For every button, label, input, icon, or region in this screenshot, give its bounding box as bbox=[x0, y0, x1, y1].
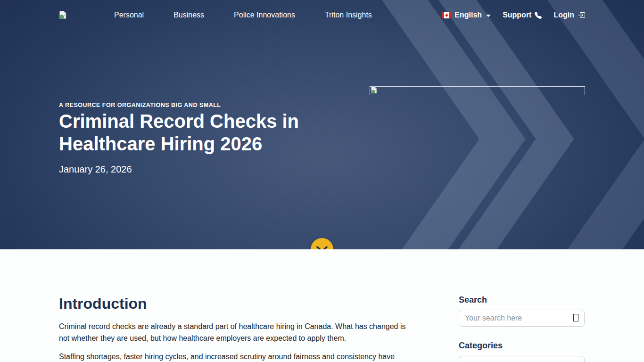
hero-broken-image bbox=[370, 86, 585, 95]
sidebar-search-heading: Search bbox=[459, 295, 487, 305]
support-label: Support bbox=[503, 11, 531, 19]
broken-image-icon bbox=[371, 86, 378, 96]
login-link[interactable]: Login bbox=[553, 11, 585, 19]
hero-section: Personal Business Police Innovations Tri… bbox=[0, 0, 644, 249]
sidebar-categories-heading: Categories bbox=[459, 341, 503, 351]
search-button-missing-glyph-icon[interactable] bbox=[573, 314, 578, 321]
box-arrow-in-right-icon bbox=[578, 11, 585, 19]
logo-broken-image-icon[interactable] bbox=[59, 10, 67, 20]
article-date: January 26, 2026 bbox=[59, 164, 132, 175]
login-label: Login bbox=[553, 11, 574, 19]
categories-select[interactable]: Select Category bbox=[459, 356, 585, 362]
search-input[interactable] bbox=[459, 310, 585, 327]
language-selector[interactable]: English bbox=[442, 11, 491, 19]
article-paragraph: Staffing shortages, faster hiring cycles… bbox=[59, 351, 413, 362]
language-label: English bbox=[454, 11, 482, 19]
support-link[interactable]: Support bbox=[503, 11, 542, 19]
navbar-utility-group: English Support Login bbox=[442, 11, 585, 19]
primary-nav: Personal Business Police Innovations Tri… bbox=[114, 11, 372, 19]
section-heading-introduction: Introduction bbox=[59, 295, 147, 313]
nav-item-personal[interactable]: Personal bbox=[114, 11, 144, 19]
top-navbar: Personal Business Police Innovations Tri… bbox=[0, 0, 644, 30]
chevron-down-icon bbox=[316, 246, 328, 249]
caret-down-icon bbox=[486, 15, 491, 17]
search-box bbox=[459, 310, 585, 327]
nav-item-triton-insights[interactable]: Triton Insights bbox=[325, 11, 372, 19]
article-paragraph: Criminal record checks are already a sta… bbox=[59, 321, 413, 344]
hero-eyebrow: A RESOURCE FOR ORGANIZATIONS BIG AND SMA… bbox=[59, 102, 221, 108]
article-section: Introduction Criminal record checks are … bbox=[0, 249, 644, 362]
canada-flag-icon bbox=[442, 12, 451, 18]
nav-item-police-innovations[interactable]: Police Innovations bbox=[234, 11, 295, 19]
phone-icon bbox=[535, 12, 542, 19]
nav-item-business[interactable]: Business bbox=[173, 11, 204, 19]
page-title: Criminal Record Checks in Healthcare Hir… bbox=[59, 110, 332, 155]
